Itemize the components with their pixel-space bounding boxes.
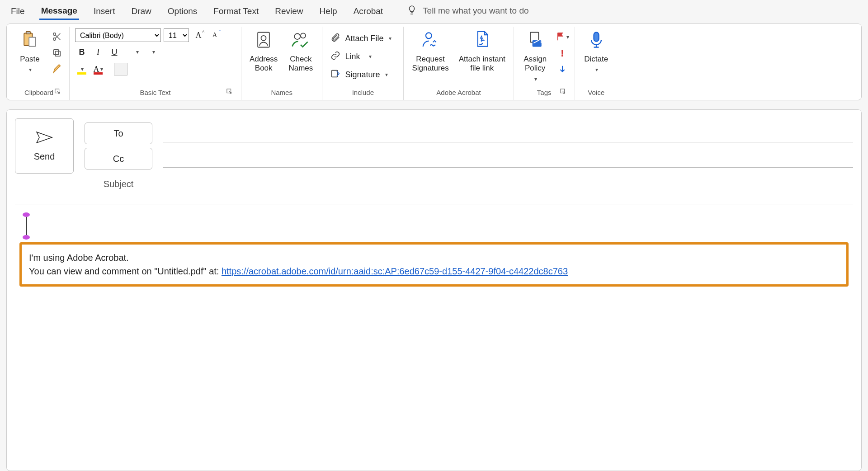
format-painter-button[interactable] bbox=[50, 64, 64, 75]
svg-rect-2 bbox=[29, 38, 36, 47]
scissors-icon bbox=[52, 32, 62, 43]
cc-field[interactable] bbox=[163, 150, 853, 168]
send-icon bbox=[35, 130, 53, 147]
paste-button[interactable]: Paste ▾ bbox=[14, 28, 46, 75]
send-button[interactable]: Send bbox=[15, 118, 74, 174]
address-book-icon bbox=[254, 30, 274, 52]
policy-icon bbox=[525, 30, 545, 52]
signature-button[interactable]: Signature▾ bbox=[328, 66, 391, 83]
signature-icon bbox=[330, 69, 340, 81]
font-name-select[interactable]: Calibri (Body) bbox=[75, 28, 161, 42]
grow-font-button[interactable]: A^ bbox=[192, 29, 205, 42]
assign-policy-label: Assign Policy bbox=[524, 55, 547, 73]
brush-icon bbox=[52, 64, 62, 75]
tags-group-label: Tags bbox=[537, 89, 552, 96]
file-link-icon bbox=[472, 30, 492, 52]
follow-up-flag-button[interactable]: ▾ bbox=[556, 31, 569, 43]
signature-label: Signature bbox=[345, 70, 380, 80]
tab-file[interactable]: File bbox=[9, 3, 27, 19]
highlight-button[interactable]: ▾ bbox=[75, 63, 89, 75]
svg-rect-5 bbox=[55, 51, 60, 56]
to-field[interactable] bbox=[163, 124, 853, 142]
svg-point-19 bbox=[301, 33, 306, 38]
cut-button[interactable] bbox=[50, 31, 64, 43]
increase-indent-button[interactable] bbox=[185, 46, 199, 58]
importance-high-icon: ! bbox=[561, 47, 564, 59]
italic-button[interactable]: I bbox=[91, 46, 105, 58]
tab-message[interactable]: Message bbox=[39, 2, 79, 20]
check-names-icon bbox=[291, 30, 311, 52]
names-group-label: Names bbox=[271, 89, 292, 96]
subject-field[interactable] bbox=[163, 175, 853, 193]
include-group-label: Include bbox=[352, 89, 374, 96]
group-names: Address Book Check Names Names bbox=[241, 27, 322, 100]
group-basic-text: Calibri (Body) 11 A^ Aˇ B I U ▾ 123▾ bbox=[70, 27, 241, 100]
attach-file-label: Attach File bbox=[345, 34, 383, 43]
dictate-button[interactable]: Dictate ▾ bbox=[580, 28, 612, 75]
cc-button[interactable]: Cc bbox=[85, 148, 152, 170]
basic-text-launcher[interactable] bbox=[226, 89, 233, 95]
assign-policy-button[interactable]: Assign Policy▾ bbox=[519, 28, 551, 84]
bold-button[interactable]: B bbox=[75, 46, 89, 58]
tab-insert[interactable]: Insert bbox=[92, 3, 117, 19]
change-tracking-marker bbox=[19, 212, 33, 240]
acrobat-group-label: Adobe Acrobat bbox=[436, 89, 481, 96]
tab-review[interactable]: Review bbox=[273, 3, 305, 19]
svg-point-17 bbox=[261, 36, 266, 41]
link-icon bbox=[330, 51, 340, 63]
check-names-button[interactable]: Check Names bbox=[285, 28, 316, 75]
clear-formatting-button[interactable]: A bbox=[169, 63, 183, 75]
shrink-font-button[interactable]: Aˇ bbox=[208, 29, 222, 42]
numbering-button[interactable]: 123▾ bbox=[146, 46, 160, 58]
message-body[interactable]: I'm using Adobe Acrobat. You can view an… bbox=[15, 204, 853, 295]
address-book-button[interactable]: Address Book bbox=[247, 28, 280, 75]
send-label: Send bbox=[34, 151, 55, 162]
svg-rect-1 bbox=[26, 32, 30, 34]
copy-button[interactable] bbox=[50, 47, 64, 59]
lightbulb-icon bbox=[406, 5, 417, 18]
paste-icon bbox=[20, 30, 40, 52]
font-color-button[interactable]: A▾ bbox=[91, 63, 105, 75]
person-sign-icon bbox=[420, 30, 440, 52]
tab-help[interactable]: Help bbox=[318, 3, 339, 19]
basic-text-group-label: Basic Text bbox=[140, 89, 170, 96]
group-clipboard: Paste ▾ Clipboard bbox=[9, 27, 70, 100]
tell-me-search[interactable]: Tell me what you want to do bbox=[406, 5, 528, 18]
svg-point-18 bbox=[295, 34, 301, 40]
tell-me-text: Tell me what you want to do bbox=[423, 6, 528, 16]
voice-group-label: Voice bbox=[588, 89, 604, 96]
high-importance-button[interactable]: ! bbox=[556, 47, 569, 59]
body-line-2: You can view and comment on "Untitled.pd… bbox=[29, 264, 839, 278]
tab-acrobat[interactable]: Acrobat bbox=[352, 3, 385, 19]
ribbon-tabs: File Message Insert Draw Options Format … bbox=[0, 0, 868, 22]
importance-low-icon bbox=[557, 64, 567, 75]
clipboard-group-label: Clipboard bbox=[24, 89, 53, 96]
clipboard-launcher[interactable] bbox=[55, 89, 61, 95]
low-importance-button[interactable] bbox=[556, 64, 569, 75]
svg-rect-25 bbox=[594, 33, 599, 42]
tab-draw[interactable]: Draw bbox=[129, 3, 153, 19]
tab-format-text[interactable]: Format Text bbox=[212, 3, 260, 19]
microphone-icon bbox=[586, 30, 606, 52]
bullets-button[interactable]: ▾ bbox=[130, 46, 144, 58]
align-right-button[interactable] bbox=[146, 63, 160, 75]
link-label: Link bbox=[345, 52, 360, 61]
paste-label: Paste bbox=[20, 55, 39, 64]
address-book-label: Address Book bbox=[250, 55, 278, 73]
link-button[interactable]: Link▾ bbox=[328, 48, 374, 65]
svg-point-21 bbox=[426, 33, 432, 39]
body-line-1: I'm using Adobe Acrobat. bbox=[29, 251, 839, 264]
align-left-button[interactable] bbox=[114, 63, 127, 75]
attach-instant-link-button[interactable]: Attach instant file link bbox=[456, 28, 508, 75]
decrease-indent-button[interactable] bbox=[169, 46, 183, 58]
align-center-button[interactable] bbox=[130, 63, 144, 75]
tab-options[interactable]: Options bbox=[166, 3, 199, 19]
underline-button[interactable]: U bbox=[108, 46, 121, 58]
tags-launcher[interactable] bbox=[560, 89, 566, 95]
acrobat-share-link[interactable]: https://acrobat.adobe.com/id/urn:aaid:sc… bbox=[222, 266, 568, 276]
request-signatures-button[interactable]: Request Signatures bbox=[409, 28, 451, 75]
attach-file-button[interactable]: Attach File▾ bbox=[328, 30, 394, 47]
check-names-label: Check Names bbox=[288, 55, 313, 73]
to-button[interactable]: To bbox=[85, 122, 152, 144]
font-size-select[interactable]: 11 bbox=[164, 28, 189, 42]
